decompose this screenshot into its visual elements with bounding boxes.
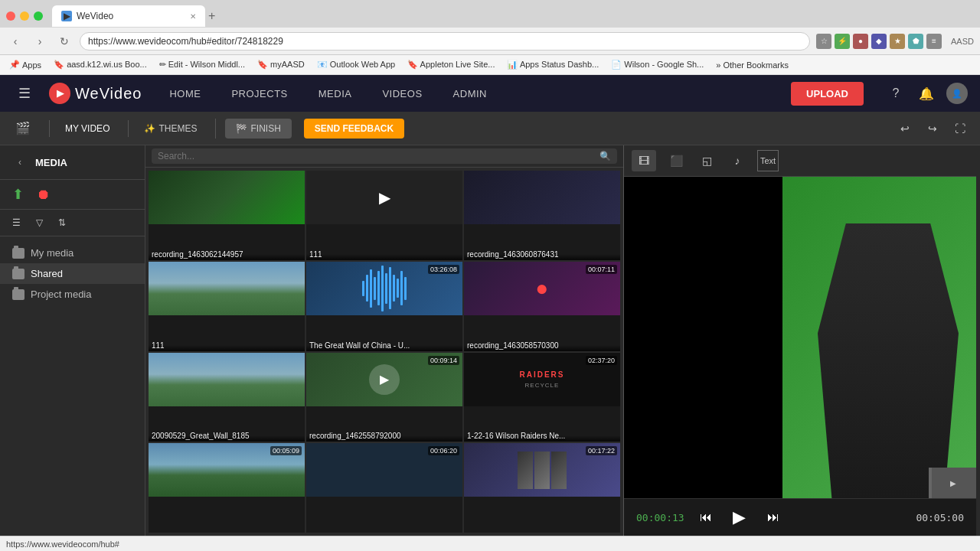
media-thumbnail [149,262,305,315]
media-area: ‹ MEDIA ⬆ ⏺ ☰ ▽ ⇅ My media [0,145,624,536]
media-item[interactable]: recording_1463060876431 [464,171,620,260]
themes-button[interactable]: ✨ THEMES [138,120,203,137]
upload-media-button[interactable]: ⬆ [8,184,28,204]
media-item[interactable]: 00:05:09 [149,443,305,533]
search-input[interactable] [158,148,596,164]
bookmark-wilson[interactable]: 📄 Wilson - Google Sh... [608,58,707,71]
bookmark-appleton[interactable]: 🔖 Appleton Live Site... [404,58,498,71]
project-title-section: MY VIDEO [49,120,116,137]
media-item[interactable]: 03:26:08 The Great Wall of China - U... [306,262,462,351]
shared-nav-item[interactable]: Shared [0,263,145,284]
bookmark-aasd[interactable]: 🔖 aasd.k12.wi.us Boo... [51,58,150,71]
logo-icon: ▶ [49,83,70,104]
media-item-name: recording_1463060876431 [467,250,559,259]
preview-current-time: 00:00:13 [636,512,684,523]
clip-icon-button[interactable]: ⬛ [665,150,687,171]
audio-icon-button[interactable]: ♪ [727,150,748,171]
media-item-name: recording_1463058570300 [467,341,559,350]
bookmark-apps[interactable]: 📌 Apps [6,58,44,71]
bookmark-apps-status[interactable]: 📊 Apps Status Dashb... [504,58,602,71]
media-item[interactable]: 00:06:20 [306,443,462,533]
media-thumbnail: ▶ [306,171,462,224]
media-duration: 00:09:14 [428,356,459,365]
preview-next-frame: ▶ [930,468,976,498]
user-avatar[interactable]: 👤 [946,83,968,104]
help-icon[interactable]: ? [885,83,906,104]
media-header: ‹ MEDIA [0,145,145,180]
media-item[interactable]: recording_1463062144957 [149,171,305,260]
filter-button[interactable]: ▽ [29,213,49,233]
preview-total-time: 00:05:00 [916,512,964,523]
nav-projects[interactable]: PROJECTS [216,75,302,112]
record-button[interactable]: ⏺ [34,184,54,204]
extension4-icon[interactable]: ★ [890,34,905,49]
finish-button[interactable]: 🏁 FINISH [225,119,291,139]
my-media-nav-item[interactable]: My media [0,243,145,263]
view-toolbar: ☰ ▽ ⇅ [0,210,145,236]
star-icon[interactable]: ☆ [816,34,831,49]
new-tab-button[interactable]: + [208,9,215,23]
folder-icon [12,269,24,279]
text-icon-button[interactable]: Text [757,150,779,171]
play-button[interactable]: ▶ [727,505,752,530]
extension5-icon[interactable]: ⬟ [908,34,923,49]
skip-forward-button[interactable]: ⏭ [761,505,786,530]
menu-icon[interactable]: ≡ [926,34,942,49]
bookmark-myaasd[interactable]: 🔖 myAASD [254,58,308,71]
bookmark-outlook[interactable]: 📧 Outlook Web App [314,58,398,71]
media-item-name: recording_1463062144957 [152,250,243,259]
forward-button[interactable]: › [31,32,49,51]
close-light[interactable] [6,11,15,21]
redo-button[interactable]: ↪ [922,118,943,139]
skip-back-button[interactable]: ⏮ [694,505,718,530]
bookmark-edit[interactable]: ✏ Edit - Wilson Middl... [156,58,248,71]
url-input[interactable] [80,32,810,51]
bell-icon[interactable]: 🔔 [916,83,937,104]
media-import-tools: ⬆ ⏺ [0,180,145,210]
media-panel-icon[interactable]: 🎬 [9,118,37,139]
media-icon-button[interactable]: 🎞 [632,150,656,171]
media-item[interactable]: 111 [149,262,305,351]
nav-videos[interactable]: VIDEOS [367,75,437,112]
project-media-nav-item[interactable]: Project media [0,284,145,305]
my-video-button[interactable]: MY VIDEO [59,120,116,137]
refresh-button[interactable]: ↻ [55,32,74,51]
media-label-overlay: The Great Wall of China - U... [306,345,462,351]
back-button[interactable]: ‹ [6,32,24,51]
status-url: https://www.wevideocom/hub# [6,540,119,549]
media-duration: 00:05:09 [270,446,302,455]
feedback-button[interactable]: SEND FEEDBACK [304,119,404,139]
maximize-light[interactable] [34,11,43,21]
media-thumbnail [149,171,305,224]
upload-button[interactable]: UPLOAD [791,82,864,106]
media-item[interactable]: ● 00:07:11 recording_1463058570300 [464,262,620,351]
media-item[interactable]: ▶ 111 [306,171,462,260]
browser-tab[interactable]: ▶ WeVideo ✕ [52,5,205,27]
status-bar: https://www.wevideocom/hub# [0,536,980,551]
color-icon-button[interactable]: ◱ [696,150,717,171]
undo-button[interactable]: ↩ [894,118,916,139]
sort-button[interactable]: ⇅ [52,213,72,233]
my-media-label: My media [31,247,74,259]
nav-home[interactable]: HOME [154,75,216,112]
themes-icon: ✨ [144,123,155,134]
tab-close-button[interactable]: ✕ [190,12,196,21]
hamburger-menu[interactable]: ☰ [12,82,37,105]
media-item[interactable]: 00:17:22 [464,443,620,533]
media-item[interactable]: 20090529_Great_Wall_8185 [149,353,305,442]
extension-icon[interactable]: ⚡ [835,34,850,49]
media-item[interactable]: ▶ 00:09:14 recording_1462558792000 [306,353,462,442]
extension3-icon[interactable]: ◆ [871,34,887,49]
media-back-button[interactable]: ‹ [9,152,31,173]
nav-media[interactable]: MEDIA [303,75,368,112]
extension2-icon[interactable]: ● [853,34,868,49]
left-area: ‹ MEDIA ⬆ ⏺ ☰ ▽ ⇅ My media [0,145,624,536]
list-view-button[interactable]: ☰ [6,213,26,233]
bookmark-other[interactable]: » Other Bookmarks [713,59,792,71]
search-container: 🔍 [152,148,617,164]
media-item[interactable]: RAIDERS RECYCLE 02:37:20 1-22-16 Wilson … [464,353,620,442]
bookmarks-bar: 📌 Apps 🔖 aasd.k12.wi.us Boo... ✏ Edit - … [0,55,980,75]
nav-admin[interactable]: ADMIN [438,75,502,112]
minimize-light[interactable] [20,11,29,21]
fullscreen-button[interactable]: ⛶ [949,118,971,139]
